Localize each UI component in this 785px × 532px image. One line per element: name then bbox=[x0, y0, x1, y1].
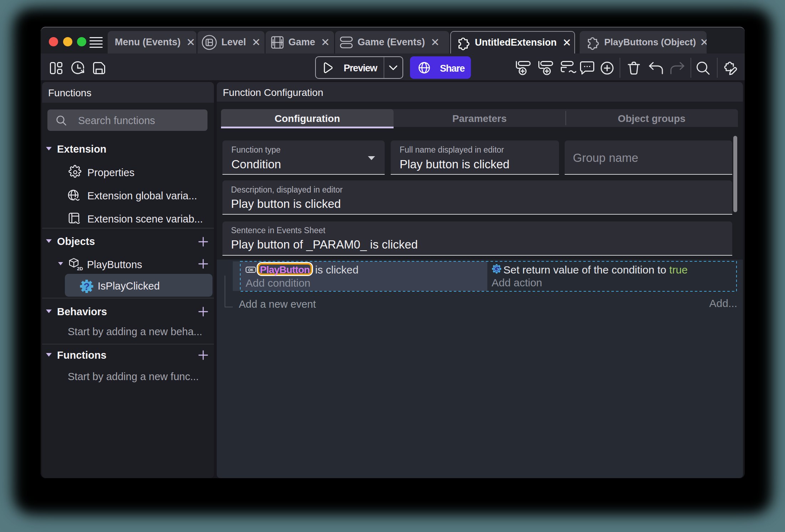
svg-text:2D: 2D bbox=[77, 266, 83, 271]
svg-text:OK: OK bbox=[248, 268, 254, 272]
svg-text:?: ? bbox=[83, 281, 89, 292]
